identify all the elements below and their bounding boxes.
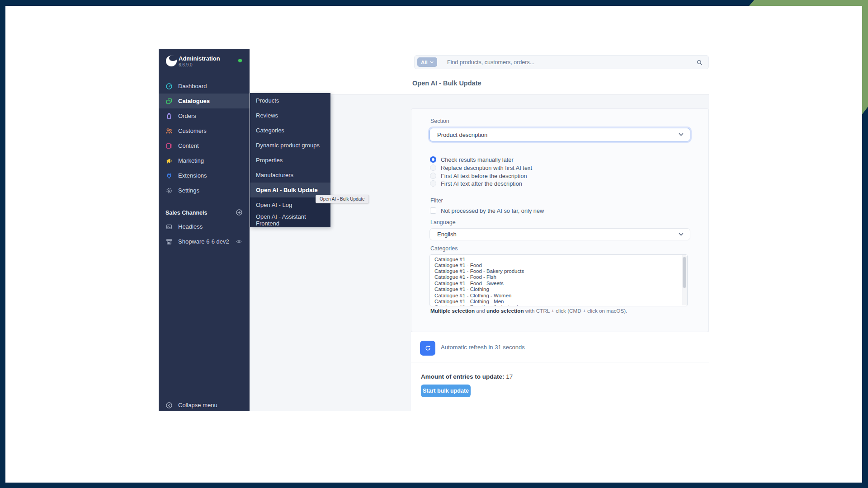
marketing-icon (165, 157, 173, 164)
scrollbar-thumb[interactable] (683, 257, 686, 288)
frame-right-green (862, 6, 868, 115)
sidebar-item-marketing[interactable]: Marketing (159, 153, 250, 168)
eye-icon[interactable] (236, 238, 242, 245)
frame-right-navy (862, 107, 868, 483)
category-option[interactable]: Catalogue #1 - Clothing - Men (434, 299, 504, 305)
collapse-menu-button[interactable]: Collapse menu (159, 398, 250, 413)
category-option[interactable]: Catalogue #1 - Clothing (434, 286, 489, 292)
collapse-chevron-icon (165, 402, 173, 409)
category-option[interactable]: Catalogue #1 - Food - Sweets (434, 281, 504, 286)
radio-option[interactable]: Check results manually later (430, 156, 514, 163)
flyout-item-dynamic-product-groups[interactable]: Dynamic product groups (250, 138, 330, 153)
dashboard-icon (165, 83, 173, 90)
flyout-item-categories[interactable]: Categories (250, 123, 330, 138)
sidebar-item-dashboard[interactable]: Dashboard (159, 79, 250, 94)
sidebar: Administration 6.6.9.0 Dashboard Catalog… (159, 49, 250, 411)
language-label: Language (430, 219, 456, 225)
frame-top-navy (0, 0, 754, 6)
category-option[interactable]: Catalogue #1 - Food - Fish (434, 274, 496, 280)
radio-option[interactable]: Replace description with first AI text (430, 164, 532, 171)
sidebar-item-content[interactable]: Content (159, 138, 250, 153)
shopware-logo-icon (165, 55, 178, 67)
radio-unselected-icon (430, 173, 436, 179)
section-select-value: Product description (437, 131, 487, 138)
filter-checkbox-row[interactable]: Not processed by the AI so far, only new (430, 207, 544, 214)
page-title: Open AI - Bulk Update (412, 80, 481, 87)
flyout-item-open-ai-assistant-frontend[interactable]: Open AI - Assistant Frontend (250, 212, 330, 227)
sidebar-item-extensions[interactable]: Extensions (159, 168, 250, 183)
filter-label: Filter (430, 197, 443, 204)
category-option[interactable]: Catalogue #1 - Clothing - Women (434, 293, 511, 299)
bulk-update-card: Section Product description Check result… (411, 108, 709, 332)
sidebar-item-customers[interactable]: Customers (159, 123, 250, 138)
category-option[interactable]: Catalogue #1 - Free time & electronics (434, 305, 523, 306)
add-sales-channel-icon[interactable] (236, 209, 243, 216)
app-version: 6.6.9.0 (179, 62, 193, 67)
app-title: Administration (179, 55, 220, 62)
flyout-item-reviews[interactable]: Reviews (250, 108, 330, 123)
summary-section: Amount of entries to update: 17 Start bu… (411, 362, 709, 411)
chevron-down-icon (679, 233, 684, 236)
radio-option[interactable]: First AI text before the description (430, 172, 527, 179)
admin-app: All Open AI - Bulk Update Section Produc… (159, 49, 709, 411)
start-bulk-update-button[interactable]: Start bulk update (421, 385, 471, 397)
sidebar-item-storefront-channel[interactable]: Shopware 6-6 dev2 (159, 235, 250, 248)
entries-count-value: 17 (506, 373, 513, 380)
flyout-item-products[interactable]: Products (250, 93, 330, 108)
multi-select-help: Multiple selection and undo selection wi… (430, 308, 627, 314)
auto-refresh-section: Automatic refresh in 31 seconds (411, 332, 709, 362)
radio-option[interactable]: First AI text after the description (430, 180, 522, 187)
customers-icon (165, 127, 173, 135)
categories-listbox[interactable]: Catalogue #1 Catalogue #1 - Food Catalog… (429, 254, 688, 306)
status-dot (238, 59, 242, 62)
catalogues-icon (165, 98, 173, 105)
search-scope-label: All (421, 60, 428, 65)
content-icon (165, 142, 173, 150)
search-input[interactable] (446, 56, 645, 69)
radio-unselected-icon (430, 164, 436, 171)
storefront-icon (165, 238, 173, 245)
catalogues-flyout-menu: Products Reviews Categories Dynamic prod… (250, 93, 330, 227)
entries-count-line: Amount of entries to update: 17 (421, 373, 513, 380)
sales-channels-header: Sales Channels (165, 210, 207, 216)
gear-icon (165, 187, 173, 194)
category-option[interactable]: Catalogue #1 - Food (434, 263, 482, 268)
category-option[interactable]: Catalogue #1 (434, 257, 465, 263)
radio-selected-icon (430, 156, 436, 163)
sidebar-item-catalogues[interactable]: Catalogues (159, 94, 250, 108)
search-icon[interactable] (696, 59, 703, 66)
section-label: Section (430, 118, 449, 124)
flyout-item-properties[interactable]: Properties (250, 153, 330, 168)
sidebar-item-settings[interactable]: Settings (159, 183, 250, 198)
chevron-down-icon (679, 133, 684, 136)
chevron-down-icon (430, 61, 434, 64)
headless-channel-icon (165, 223, 173, 230)
language-select-value: English (437, 231, 457, 238)
auto-refresh-label: Automatic refresh in 31 seconds (441, 344, 525, 351)
radio-unselected-icon (430, 180, 436, 187)
categories-label: Categories (430, 245, 458, 252)
refresh-button[interactable] (420, 341, 435, 356)
section-select[interactable]: Product description (429, 128, 690, 141)
checkbox-icon[interactable] (430, 207, 436, 214)
sidebar-item-headless[interactable]: Headless (159, 220, 250, 233)
screenshot-root: All Open AI - Bulk Update Section Produc… (0, 0, 868, 488)
orders-icon (165, 113, 173, 120)
global-search[interactable]: All (414, 55, 709, 69)
sidebar-item-orders[interactable]: Orders (159, 108, 250, 123)
frame-left (0, 6, 5, 483)
search-scope-dropdown[interactable]: All (417, 57, 437, 67)
flyout-item-manufacturers[interactable]: Manufacturers (250, 168, 330, 183)
extensions-icon (165, 172, 173, 179)
language-select[interactable]: English (429, 228, 690, 240)
category-option[interactable]: Catalogue #1 - Food - Bakery products (434, 268, 524, 274)
refresh-icon (425, 345, 431, 352)
tooltip: Open AI - Bulk Update (316, 195, 369, 203)
frame-bottom (0, 483, 868, 488)
